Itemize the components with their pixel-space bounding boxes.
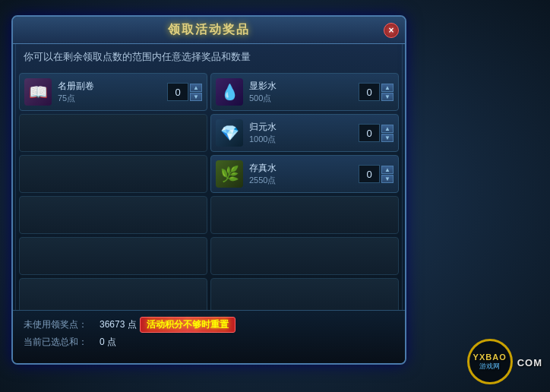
spin-up-shadow-water[interactable]: ▲ <box>381 84 394 92</box>
watermark-game: 游戏网 <box>479 362 500 371</box>
item-control-book: 0 ▲ ▼ <box>167 83 202 101</box>
unused-points-row: 未使用领奖点： 36673 点 活动积分不够时重置 <box>24 317 394 333</box>
spin-up-book[interactable]: ▲ <box>190 84 202 92</box>
item-name-return-water: 归元水 <box>249 121 359 134</box>
item-cost-preserve-water: 2550点 <box>249 175 359 186</box>
item-icon-shadow-water: 💧 <box>216 78 243 106</box>
item-info-return-water: 归元水 1000点 <box>249 121 359 145</box>
item-row-return-water: 💎 归元水 1000点 0 ▲ ▼ <box>210 114 399 152</box>
info-text: 你可以在剩余领取点数的范围内任意选择奖品和数量 <box>13 44 405 70</box>
item-qty-book: 0 <box>167 83 188 101</box>
close-button[interactable]: × <box>384 23 399 38</box>
spin-btns-return-water: ▲ ▼ <box>381 125 394 142</box>
unused-points-value: 36673 点 <box>100 318 137 331</box>
item-row-preserve-water: 🌿 存真水 2550点 0 ▲ ▼ <box>210 155 399 193</box>
item-qty-preserve-water: 0 <box>359 165 380 183</box>
content-area: 📖 名册副卷 75点 0 ▲ ▼ <box>13 70 405 336</box>
empty-row-l2 <box>19 155 207 193</box>
dialog-title: 领取活动奖品 <box>168 22 250 38</box>
empty-row-r1 <box>210 196 399 234</box>
item-cost-book: 75点 <box>58 93 167 104</box>
item-qty-shadow-water: 0 <box>359 83 380 101</box>
selected-total-value: 0 点 <box>100 336 116 349</box>
status-bar: 未使用领奖点： 36673 点 活动积分不够时重置 当前已选总和： 0 点 <box>13 310 405 363</box>
spin-up-preserve-water[interactable]: ▲ <box>381 166 394 174</box>
item-info-book: 名册副卷 75点 <box>58 80 167 104</box>
watermark-com: COM <box>517 357 542 368</box>
title-bar: 领取活动奖品 × <box>13 17 405 44</box>
status-highlight-text: 活动积分不够时重置 <box>140 317 235 333</box>
item-control-shadow-water: 0 ▲ ▼ <box>359 83 394 101</box>
item-control-return-water: 0 ▲ ▼ <box>359 124 394 142</box>
spin-btns-shadow-water: ▲ ▼ <box>381 84 394 101</box>
items-grid: 📖 名册副卷 75点 0 ▲ ▼ <box>19 73 399 333</box>
item-control-preserve-water: 0 ▲ ▼ <box>359 165 394 183</box>
item-info-preserve-water: 存真水 2550点 <box>249 162 359 186</box>
item-name-book: 名册副卷 <box>58 80 167 93</box>
item-row-book: 📖 名册副卷 75点 0 ▲ ▼ <box>19 73 207 111</box>
item-icon-book: 📖 <box>24 78 52 106</box>
spin-down-book[interactable]: ▼ <box>190 93 202 101</box>
watermark-container: YXBAO 游戏网 COM <box>467 339 542 384</box>
empty-row-l3 <box>19 196 207 234</box>
item-name-preserve-water: 存真水 <box>249 162 359 175</box>
empty-row-l4 <box>19 237 207 275</box>
item-info-shadow-water: 显影水 500点 <box>249 80 359 104</box>
spin-down-shadow-water[interactable]: ▼ <box>381 93 394 101</box>
selected-total-row: 当前已选总和： 0 点 <box>24 336 394 349</box>
spin-btns-book: ▲ ▼ <box>190 84 202 101</box>
spin-down-return-water[interactable]: ▼ <box>381 134 394 142</box>
item-name-shadow-water: 显影水 <box>249 80 359 93</box>
item-row-shadow-water: 💧 显影水 500点 0 ▲ ▼ <box>210 73 399 111</box>
empty-row-r2 <box>210 237 399 275</box>
unused-points-label: 未使用领奖点： <box>24 318 100 331</box>
selected-total-label: 当前已选总和： <box>24 336 100 349</box>
left-column: 📖 名册副卷 75点 0 ▲ ▼ <box>19 73 207 333</box>
empty-row-l1 <box>19 114 207 152</box>
watermark-circle: YXBAO 游戏网 <box>467 339 513 384</box>
spin-up-return-water[interactable]: ▲ <box>381 125 394 133</box>
right-column: 💧 显影水 500点 0 ▲ ▼ 💎 <box>210 73 399 333</box>
watermark-yxbao: YXBAO <box>473 352 507 362</box>
item-cost-return-water: 1000点 <box>249 134 359 145</box>
item-cost-shadow-water: 500点 <box>249 93 359 104</box>
dialog-window: 领取活动奖品 × 你可以在剩余领取点数的范围内任意选择奖品和数量 📖 名册副卷 … <box>11 15 406 365</box>
item-qty-return-water: 0 <box>359 124 380 142</box>
spin-down-preserve-water[interactable]: ▼ <box>381 175 394 183</box>
item-icon-preserve-water: 🌿 <box>216 160 243 188</box>
item-icon-return-water: 💎 <box>216 119 243 147</box>
spin-btns-preserve-water: ▲ ▼ <box>381 166 394 183</box>
